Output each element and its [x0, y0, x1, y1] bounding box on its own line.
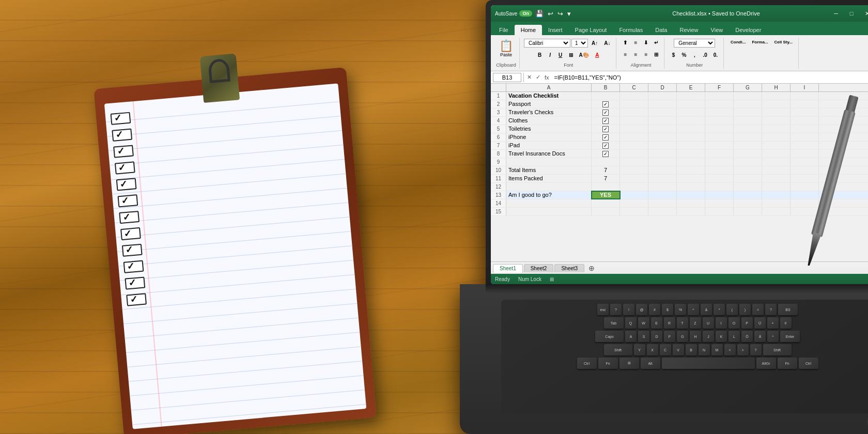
- cell-b-2[interactable]: [592, 100, 620, 108]
- cell-c-11[interactable]: [620, 175, 648, 182]
- key-u[interactable]: U: [703, 317, 714, 329]
- key-caps[interactable]: Caps: [595, 331, 624, 342]
- cell-g-11[interactable]: [734, 175, 762, 182]
- cell-i-1[interactable]: [791, 92, 819, 100]
- key-7[interactable]: ^: [688, 304, 699, 315]
- cell-f-3[interactable]: [705, 109, 734, 116]
- insert-function-icon[interactable]: fx: [544, 74, 550, 81]
- key-plus[interactable]: +: [767, 317, 779, 329]
- cell-d-15[interactable]: [648, 208, 677, 215]
- cell-d-6[interactable]: [648, 133, 677, 141]
- cell-h-2[interactable]: [762, 100, 791, 108]
- cell-i-9[interactable]: [791, 158, 819, 166]
- key-e[interactable]: E: [651, 317, 662, 329]
- key-fn[interactable]: Fn: [598, 358, 618, 369]
- cell-b-9[interactable]: [592, 158, 620, 166]
- cell-c-5[interactable]: [620, 125, 648, 133]
- key-c[interactable]: C: [660, 344, 671, 355]
- cell-h-8[interactable]: [762, 150, 791, 158]
- cell-b-1[interactable]: [592, 92, 620, 100]
- col-header-a[interactable]: A: [506, 84, 592, 91]
- key-ö[interactable]: Ö: [741, 331, 753, 342]
- key-m[interactable]: M: [711, 344, 723, 355]
- cell-i-4[interactable]: [791, 117, 819, 125]
- cell-d-7[interactable]: [648, 142, 677, 149]
- table-row[interactable]: 11Items Packed7: [491, 175, 868, 183]
- key-n[interactable]: N: [699, 344, 710, 355]
- cell-g-5[interactable]: [734, 125, 762, 133]
- key-backspace[interactable]: BS: [778, 304, 798, 315]
- close-button[interactable]: ✕: [860, 8, 868, 19]
- cell-d-12[interactable]: [648, 183, 677, 191]
- key-x[interactable]: X: [647, 344, 658, 355]
- cell-g-13[interactable]: [734, 191, 762, 199]
- cell-i-5[interactable]: [791, 125, 819, 133]
- key-comma[interactable]: <: [724, 344, 736, 355]
- tab-file[interactable]: File: [493, 25, 515, 35]
- cell-e-4[interactable]: [677, 117, 705, 125]
- cancel-formula-icon[interactable]: ✕: [526, 74, 533, 81]
- key-alt[interactable]: Alt: [641, 358, 660, 369]
- cell-f-11[interactable]: [705, 175, 734, 182]
- key-esc[interactable]: esc: [597, 304, 609, 315]
- cell-i-13[interactable]: [791, 191, 819, 199]
- cell-h-6[interactable]: [762, 133, 791, 141]
- cell-f-1[interactable]: [705, 92, 734, 100]
- currency-button[interactable]: %: [679, 51, 689, 59]
- cell-b-8[interactable]: [592, 150, 620, 158]
- key-q[interactable]: Q: [625, 317, 637, 329]
- cell-e-7[interactable]: [677, 142, 705, 149]
- cell-i-8[interactable]: [791, 150, 819, 158]
- key-y[interactable]: Y: [634, 344, 645, 355]
- cell-a-10[interactable]: Total Items: [506, 166, 592, 174]
- minimize-button[interactable]: ─: [829, 8, 843, 19]
- cell-e-3[interactable]: [677, 109, 705, 116]
- underline-button[interactable]: U: [556, 51, 565, 59]
- decrease-font-button[interactable]: A↓: [601, 39, 613, 48]
- cell-a-1[interactable]: Vacation Checklist: [506, 92, 592, 100]
- cell-f-9[interactable]: [705, 158, 734, 166]
- key-tab[interactable]: Tab: [604, 317, 624, 329]
- tab-developer[interactable]: Developer: [729, 25, 767, 35]
- cell-a-2[interactable]: Passport: [506, 100, 592, 108]
- key-a[interactable]: A: [625, 331, 637, 342]
- add-sheet-button[interactable]: ⊕: [585, 263, 598, 273]
- cell-a-14[interactable]: [506, 199, 592, 207]
- key-l[interactable]: L: [729, 331, 740, 342]
- table-row[interactable]: 7iPad: [491, 142, 868, 150]
- cell-i-12[interactable]: [791, 183, 819, 191]
- cell-a-6[interactable]: iPhone: [506, 133, 592, 141]
- cell-c-3[interactable]: [620, 109, 648, 116]
- sheet-tab-2[interactable]: Sheet2: [524, 264, 554, 272]
- cell-d-11[interactable]: [648, 175, 677, 182]
- number-format-selector[interactable]: General: [674, 39, 715, 48]
- cell-c-6[interactable]: [620, 133, 648, 141]
- cell-a-9[interactable]: [506, 158, 592, 166]
- align-middle-button[interactable]: ≡: [631, 39, 640, 47]
- align-left-button[interactable]: ≡: [621, 51, 630, 58]
- tab-formulas[interactable]: Formulas: [613, 25, 649, 35]
- cell-a-3[interactable]: Traveler's Checks: [506, 109, 592, 116]
- cell-e-1[interactable]: [677, 92, 705, 100]
- save-icon[interactable]: 💾: [535, 10, 544, 18]
- cell-e-11[interactable]: [677, 175, 705, 182]
- key-8[interactable]: &: [701, 304, 712, 315]
- cell-f-14[interactable]: [705, 199, 734, 207]
- cell-g-2[interactable]: [734, 100, 762, 108]
- maximize-button[interactable]: □: [844, 8, 859, 19]
- cell-a-15[interactable]: [506, 208, 592, 215]
- key-ä[interactable]: Ä: [754, 331, 766, 342]
- font-color-button[interactable]: A: [593, 51, 602, 59]
- cell-a-7[interactable]: iPad: [506, 142, 592, 149]
- key-hash[interactable]: #: [780, 317, 792, 329]
- cell-f-10[interactable]: [705, 166, 734, 174]
- col-header-c[interactable]: C: [620, 84, 648, 91]
- cell-e-15[interactable]: [677, 208, 705, 215]
- table-row[interactable]: 14: [491, 199, 868, 208]
- confirm-formula-icon[interactable]: ✓: [535, 74, 541, 81]
- cell-c-9[interactable]: [620, 158, 648, 166]
- font-name-selector[interactable]: Calibri: [524, 39, 570, 48]
- key-v[interactable]: V: [673, 344, 684, 355]
- key-k[interactable]: K: [716, 331, 727, 342]
- cell-h-11[interactable]: [762, 175, 791, 182]
